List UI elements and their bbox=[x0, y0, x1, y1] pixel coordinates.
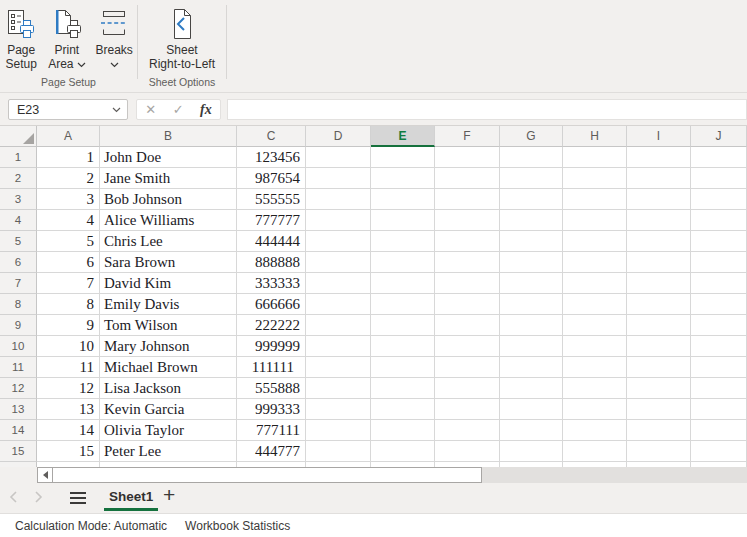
cell-H1[interactable] bbox=[563, 147, 627, 168]
cell-J2[interactable] bbox=[691, 168, 747, 189]
cell-D5[interactable] bbox=[306, 231, 371, 252]
cell-A6[interactable]: 6 bbox=[37, 252, 100, 273]
cell-C8[interactable]: 666666 bbox=[237, 294, 306, 315]
cell-H4[interactable] bbox=[563, 210, 627, 231]
cell-I4[interactable] bbox=[627, 210, 691, 231]
cell-H8[interactable] bbox=[563, 294, 627, 315]
cell-C15[interactable]: 444777 bbox=[237, 441, 306, 462]
cancel-button[interactable]: ✕ bbox=[145, 102, 156, 117]
cell-G5[interactable] bbox=[500, 231, 563, 252]
row-header-4[interactable]: 4 bbox=[0, 210, 37, 231]
cell-G15[interactable] bbox=[500, 441, 563, 462]
column-header-E[interactable]: E bbox=[371, 126, 435, 147]
cell-D12[interactable] bbox=[306, 378, 371, 399]
cell-J15[interactable] bbox=[691, 441, 747, 462]
cell-B7[interactable]: David Kim bbox=[100, 273, 237, 294]
cell-C2[interactable]: 987654 bbox=[237, 168, 306, 189]
column-header-A[interactable]: A bbox=[37, 126, 100, 147]
cell-E2[interactable] bbox=[371, 168, 435, 189]
cell-E13[interactable] bbox=[371, 399, 435, 420]
cell-I7[interactable] bbox=[627, 273, 691, 294]
cell-B9[interactable]: Tom Wilson bbox=[100, 315, 237, 336]
cell-G1[interactable] bbox=[500, 147, 563, 168]
cell-A7[interactable]: 7 bbox=[37, 273, 100, 294]
row-header-2[interactable]: 2 bbox=[0, 168, 37, 189]
cell-G2[interactable] bbox=[500, 168, 563, 189]
cell-G3[interactable] bbox=[500, 189, 563, 210]
cell-D4[interactable] bbox=[306, 210, 371, 231]
cell-H7[interactable] bbox=[563, 273, 627, 294]
print-area-button[interactable]: Print Area bbox=[43, 5, 90, 71]
cell-E10[interactable] bbox=[371, 336, 435, 357]
cell-A4[interactable]: 4 bbox=[37, 210, 100, 231]
cell-I6[interactable] bbox=[627, 252, 691, 273]
cell-I13[interactable] bbox=[627, 399, 691, 420]
cell-I12[interactable] bbox=[627, 378, 691, 399]
cell-A2[interactable]: 2 bbox=[37, 168, 100, 189]
cell-A1[interactable]: 1 bbox=[37, 147, 100, 168]
cell-C14[interactable]: 777111 bbox=[237, 420, 306, 441]
row-header-11[interactable]: 11 bbox=[0, 357, 37, 378]
cell-J5[interactable] bbox=[691, 231, 747, 252]
cell-F13[interactable] bbox=[435, 399, 500, 420]
row-header-10[interactable]: 10 bbox=[0, 336, 37, 357]
cell-F9[interactable] bbox=[435, 315, 500, 336]
cell-E9[interactable] bbox=[371, 315, 435, 336]
column-header-B[interactable]: B bbox=[100, 126, 237, 147]
row-header-3[interactable]: 3 bbox=[0, 189, 37, 210]
cell-B8[interactable]: Emily Davis bbox=[100, 294, 237, 315]
cell-I8[interactable] bbox=[627, 294, 691, 315]
cell-B15[interactable]: Peter Lee bbox=[100, 441, 237, 462]
cell-J1[interactable] bbox=[691, 147, 747, 168]
cell-D7[interactable] bbox=[306, 273, 371, 294]
cell-C5[interactable]: 444444 bbox=[237, 231, 306, 252]
cell-D2[interactable] bbox=[306, 168, 371, 189]
cell-I10[interactable] bbox=[627, 336, 691, 357]
cell-F2[interactable] bbox=[435, 168, 500, 189]
cell-J14[interactable] bbox=[691, 420, 747, 441]
column-header-H[interactable]: H bbox=[563, 126, 627, 147]
cell-H2[interactable] bbox=[563, 168, 627, 189]
cell-I5[interactable] bbox=[627, 231, 691, 252]
enter-button[interactable]: ✓ bbox=[173, 102, 184, 117]
cell-E12[interactable] bbox=[371, 378, 435, 399]
cell-C6[interactable]: 888888 bbox=[237, 252, 306, 273]
cell-J11[interactable] bbox=[691, 357, 747, 378]
sheet-right-to-left-button[interactable]: Sheet Right-to-Left bbox=[144, 5, 220, 71]
column-header-J[interactable]: J bbox=[691, 126, 747, 147]
cell-F6[interactable] bbox=[435, 252, 500, 273]
cell-A12[interactable]: 12 bbox=[37, 378, 100, 399]
next-sheet-button[interactable] bbox=[34, 490, 44, 507]
cell-E7[interactable] bbox=[371, 273, 435, 294]
row-header-15[interactable]: 15 bbox=[0, 441, 37, 462]
cell-F12[interactable] bbox=[435, 378, 500, 399]
name-box[interactable]: E23 bbox=[8, 99, 128, 120]
cell-A13[interactable]: 13 bbox=[37, 399, 100, 420]
cell-B5[interactable]: Chris Lee bbox=[100, 231, 237, 252]
cell-G10[interactable] bbox=[500, 336, 563, 357]
all-sheets-menu-button[interactable] bbox=[70, 492, 86, 504]
cell-F14[interactable] bbox=[435, 420, 500, 441]
column-header-F[interactable]: F bbox=[435, 126, 500, 147]
column-header-C[interactable]: C bbox=[237, 126, 306, 147]
calculation-mode-status[interactable]: Calculation Mode: Automatic bbox=[15, 519, 167, 533]
cell-G4[interactable] bbox=[500, 210, 563, 231]
row-header-14[interactable]: 14 bbox=[0, 420, 37, 441]
cell-G11[interactable] bbox=[500, 357, 563, 378]
cell-D11[interactable] bbox=[306, 357, 371, 378]
workbook-statistics-status[interactable]: Workbook Statistics bbox=[185, 519, 290, 533]
cell-I9[interactable] bbox=[627, 315, 691, 336]
cell-E8[interactable] bbox=[371, 294, 435, 315]
cell-C9[interactable]: 222222 bbox=[237, 315, 306, 336]
row-header-5[interactable]: 5 bbox=[0, 231, 37, 252]
cell-J8[interactable] bbox=[691, 294, 747, 315]
cell-C12[interactable]: 555888 bbox=[237, 378, 306, 399]
column-header-D[interactable]: D bbox=[306, 126, 371, 147]
row-header-6[interactable]: 6 bbox=[0, 252, 37, 273]
cell-H12[interactable] bbox=[563, 378, 627, 399]
horizontal-scrollbar[interactable] bbox=[37, 467, 747, 483]
cell-I15[interactable] bbox=[627, 441, 691, 462]
cell-D10[interactable] bbox=[306, 336, 371, 357]
cell-A3[interactable]: 3 bbox=[37, 189, 100, 210]
cell-G8[interactable] bbox=[500, 294, 563, 315]
